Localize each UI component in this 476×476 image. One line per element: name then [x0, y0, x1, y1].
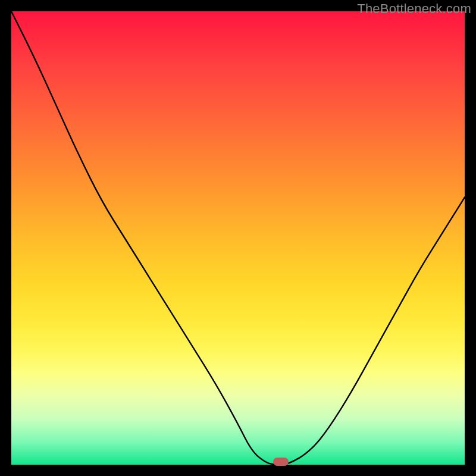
chart-frame: TheBottleneck.com [0, 0, 476, 476]
minimum-marker [273, 458, 289, 466]
watermark-text: TheBottleneck.com [357, 1, 471, 17]
bottleneck-curve [11, 11, 465, 465]
